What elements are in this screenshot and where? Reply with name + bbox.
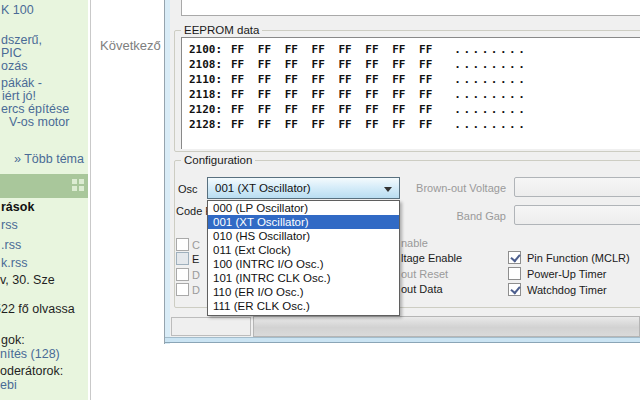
row-ascii: ........ <box>454 73 527 86</box>
brown-out-voltage-label: Brown-out Voltage <box>400 182 506 194</box>
rss-link[interactable]: rss <box>1 218 18 232</box>
sidebar-link[interactable]: iért jó! <box>2 89 36 103</box>
osc-label: Osc <box>178 183 198 195</box>
config-checkbox[interactable] <box>176 283 189 296</box>
configuration-group-title: Configuration <box>181 154 255 166</box>
config-checkbox[interactable] <box>176 268 189 281</box>
row-address: 2100: <box>189 43 229 56</box>
sidebar-readers-count: 522 fő olvassa <box>0 302 75 316</box>
chevron-down-icon[interactable] <box>384 187 392 192</box>
checkbox-label-fragment: E <box>192 253 199 265</box>
watchdog-timer-checkbox[interactable] <box>508 283 521 296</box>
osc-option[interactable]: 101 (INTRC CLK Osc.) <box>208 271 399 285</box>
osc-combobox[interactable]: 001 (XT Oscillator) <box>207 177 400 199</box>
row-address: 2120: <box>189 103 229 116</box>
osc-option[interactable]: 011 (Ext Clock) <box>208 243 399 257</box>
row-hex: FF FF FF FF FF FF FF FF <box>231 88 432 101</box>
row-ascii: ........ <box>454 118 527 131</box>
row-ascii: ........ <box>454 58 527 71</box>
moderator-link[interactable]: ebi <box>0 378 17 392</box>
sidebar-link[interactable]: pákák - <box>1 76 42 90</box>
notifications-link[interactable]: nítés (128) <box>0 347 60 361</box>
brown-out-voltage-field <box>514 177 640 197</box>
status-progress-bar <box>253 316 640 337</box>
row-hex: FF FF FF FF FF FF FF FF <box>231 103 432 116</box>
eeprom-row: 2120:FF FF FF FF FF FF FF FF........ <box>189 103 527 116</box>
config-checkbox[interactable] <box>176 252 189 265</box>
sidebar-members-label: gok: <box>1 333 25 347</box>
row-ascii: ........ <box>454 88 527 101</box>
osc-dropdown-list[interactable]: 000 (LP Oscillator) 001 (XT Oscillator) … <box>207 200 400 316</box>
row-hex: FF FF FF FF FF FF FF FF <box>231 118 432 131</box>
row-address: 2110: <box>189 73 229 86</box>
window-border-bottom <box>165 337 640 343</box>
window-border-left-glow <box>165 0 170 344</box>
rss-link[interactable]: .rss <box>1 238 21 252</box>
checkbox-label-fragment: D <box>192 269 200 281</box>
sidebar-moderators-label: oderátorok: <box>0 364 63 378</box>
row-ascii: ........ <box>454 103 527 116</box>
rss-link[interactable]: k.rss <box>1 256 27 270</box>
more-topics-link[interactable]: » Több téma <box>14 152 84 166</box>
row-hex: FF FF FF FF FF FF FF FF <box>231 73 432 86</box>
sidebar-link[interactable]: PIC <box>1 46 22 60</box>
column-divider <box>90 0 91 400</box>
checkbox-label-fragment: D <box>192 284 200 296</box>
eeprom-row: 2110:FF FF FF FF FF FF FF FF........ <box>189 73 527 86</box>
osc-option[interactable]: 110 (ER I/O Osc.) <box>208 285 399 299</box>
sidebar-link[interactable]: ozás <box>1 59 27 73</box>
sidebar-link[interactable]: dszerű, <box>1 33 42 47</box>
watchdog-timer-label: Watchdog Timer <box>527 284 607 296</box>
osc-option[interactable]: 010 (HS Oscillator) <box>208 229 399 243</box>
power-up-timer-checkbox[interactable] <box>508 267 521 280</box>
sidebar-section-band <box>0 174 88 198</box>
row-address: 2118: <box>189 88 229 101</box>
grid-pattern-icon <box>72 179 77 184</box>
osc-option[interactable]: 100 (INTRC I/O Osc.) <box>208 257 399 271</box>
sidebar-link[interactable]: V-os motor <box>9 115 69 129</box>
config-label-fragment: out Reset <box>401 268 448 280</box>
config-label-fragment: nable <box>401 237 428 249</box>
row-address: 2108: <box>189 58 229 71</box>
pin-function-mclr-label: Pin Function (MCLR) <box>527 252 630 264</box>
osc-combobox-value: 001 (XT Oscillator) <box>215 182 311 194</box>
program-memory-panel <box>181 0 640 16</box>
sidebar-date: v, 30. Sze <box>0 273 55 287</box>
next-page-link[interactable]: Következő <box>100 38 161 53</box>
config-label-fragment: ltage Enable <box>401 252 462 264</box>
row-ascii: ........ <box>454 43 527 56</box>
eeprom-row: 2108:FF FF FF FF FF FF FF FF........ <box>189 58 527 71</box>
sidebar-link[interactable]: K 100 <box>1 3 34 17</box>
pin-function-mclr-checkbox[interactable] <box>508 251 521 264</box>
row-hex: FF FF FF FF FF FF FF FF <box>231 43 432 56</box>
sidebar-link[interactable]: ercs építése <box>1 102 69 116</box>
status-bar-cell <box>171 317 251 336</box>
eeprom-hex-panel[interactable]: 2100:FF FF FF FF FF FF FF FF........ 210… <box>181 37 640 149</box>
row-address: 2128: <box>189 118 229 131</box>
checkbox-label-fragment: C <box>192 239 200 251</box>
power-up-timer-label: Power-Up Timer <box>527 268 606 280</box>
eeprom-group-title: EEPROM data <box>181 24 262 36</box>
eeprom-row: 2128:FF FF FF FF FF FF FF FF........ <box>189 118 527 131</box>
config-label-fragment: out Data <box>401 283 443 295</box>
eeprom-row: 2118:FF FF FF FF FF FF FF FF........ <box>189 88 527 101</box>
sidebar-section-header: rások <box>1 200 34 214</box>
band-gap-label: Band Gap <box>400 210 506 222</box>
eeprom-row: 2100:FF FF FF FF FF FF FF FF........ <box>189 43 527 56</box>
row-hex: FF FF FF FF FF FF FF FF <box>231 58 432 71</box>
screenshot-root: { "sidebar": { "top_link_0": "K 100", "t… <box>0 0 640 400</box>
band-gap-field <box>514 205 640 225</box>
osc-option[interactable]: 111 (ER CLK Osc.) <box>208 299 399 313</box>
osc-option[interactable]: 000 (LP Oscillator) <box>208 201 399 215</box>
osc-option-selected[interactable]: 001 (XT Oscillator) <box>208 215 399 229</box>
config-checkbox[interactable] <box>176 238 189 251</box>
